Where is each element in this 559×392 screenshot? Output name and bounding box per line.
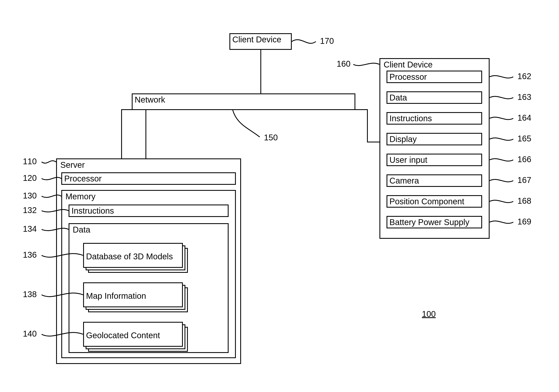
client-item-7-ref: 169 xyxy=(517,217,531,226)
figure-ref: 100 xyxy=(422,309,436,319)
client-item-7-leader xyxy=(0,0,559,392)
diagram-canvas: Client Device 170 Network 150 Server 110… xyxy=(0,0,559,392)
